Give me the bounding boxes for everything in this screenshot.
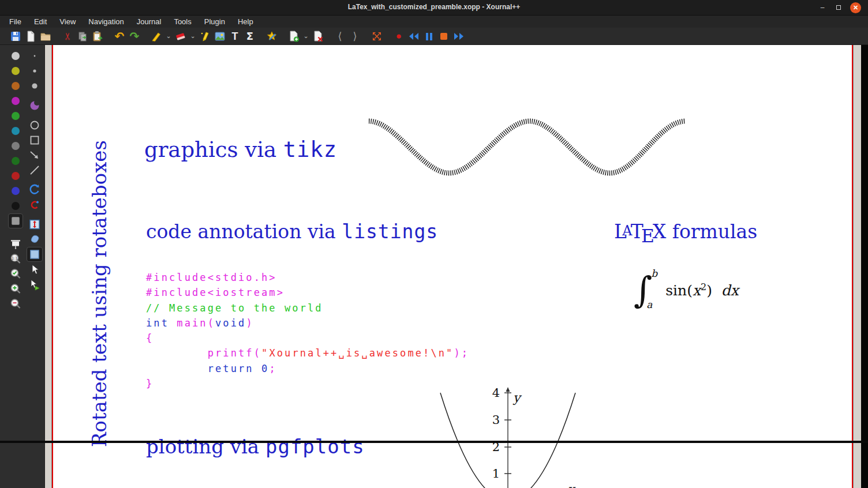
y-axis-label: y: [512, 391, 522, 405]
fill-tool-button[interactable]: [27, 98, 43, 113]
rewind-button[interactable]: [406, 29, 421, 44]
menu-journal[interactable]: Journal: [137, 17, 162, 26]
delete-page-button[interactable]: [310, 29, 326, 44]
color-green[interactable]: [8, 108, 23, 123]
left-scrollbar-gutter[interactable]: [45, 45, 52, 488]
color-red[interactable]: [8, 168, 23, 183]
code-line: // Message to the world: [146, 301, 469, 316]
next-page-button[interactable]: ⟩: [347, 29, 362, 44]
menu-view[interactable]: View: [59, 17, 76, 26]
zoom-100-button[interactable]: 1:1: [8, 251, 23, 266]
zoom-fit-button[interactable]: [8, 266, 23, 281]
document-page[interactable]: Rotated text using rotateboxes graphics …: [52, 45, 853, 488]
thickness-thick-button[interactable]: [27, 78, 43, 93]
presentation-mode-button[interactable]: [8, 237, 23, 251]
zoom-in-button[interactable]: [8, 281, 23, 296]
text-tool-button[interactable]: T: [227, 29, 242, 44]
save-button[interactable]: [8, 29, 23, 44]
code-line: #include<stdio.h>: [146, 270, 469, 285]
tikz-sine-wave: [365, 113, 689, 181]
pause-button[interactable]: [421, 29, 436, 44]
previous-icon: ⟨: [338, 29, 342, 44]
color-teal[interactable]: [8, 123, 23, 138]
color-gray[interactable]: [8, 138, 23, 153]
integral-formula: ∫ ba sin(x2) dx: [634, 267, 739, 313]
play-object-button[interactable]: [27, 277, 43, 292]
record-audio-button[interactable]: ●: [391, 29, 406, 44]
page-options-chevron[interactable]: ⌄: [301, 32, 310, 40]
code-line: {: [146, 331, 469, 346]
restore-button[interactable]: [833, 2, 844, 13]
orange-swatch-icon: [12, 82, 20, 90]
color-blue[interactable]: [8, 183, 23, 198]
x-axis-label: x: [567, 482, 576, 488]
minimize-button[interactable]: –: [817, 2, 828, 13]
color-orange[interactable]: [8, 78, 23, 93]
draw-line-button[interactable]: [27, 163, 43, 178]
next-icon: ⟩: [353, 29, 357, 44]
menu-help[interactable]: Help: [238, 17, 253, 26]
eraser-options-chevron[interactable]: ⌄: [188, 32, 197, 40]
svg-text:1: 1: [492, 467, 500, 481]
select-rectangle-button[interactable]: [27, 247, 43, 262]
rotated-text: Rotated text using rotateboxes: [88, 146, 111, 447]
default-tool-button[interactable]: [27, 182, 43, 197]
titlebar[interactable]: LaTex_with_customized_preamble.xopp - Xo…: [0, 0, 868, 16]
open-folder-button[interactable]: [38, 29, 53, 44]
shape-tools-button[interactable]: [264, 29, 279, 44]
fullscreen-button[interactable]: [369, 29, 384, 44]
toolbar: ✂ ↶ ↷ ⌄ ⌄ T Σ ⌄: [0, 28, 868, 45]
shape-recognizer-button[interactable]: [27, 197, 43, 212]
menu-edit[interactable]: Edit: [34, 17, 47, 26]
draw-circle-button[interactable]: [27, 118, 43, 133]
add-page-button[interactable]: [286, 29, 301, 44]
cut-button[interactable]: ✂: [60, 29, 75, 44]
draw-rectangle-button[interactable]: [27, 133, 43, 148]
copy-button[interactable]: [75, 29, 90, 44]
color-magenta[interactable]: [8, 93, 23, 108]
insert-image-button[interactable]: [212, 29, 227, 44]
undo-button[interactable]: ↶: [112, 29, 127, 44]
menubar: FileEditViewNavigationJournalToolsPlugin…: [0, 16, 868, 28]
magenta-swatch-icon: [12, 97, 20, 105]
integral-limits: ba: [651, 269, 657, 311]
pen-options-chevron[interactable]: ⌄: [164, 32, 173, 40]
menu-file[interactable]: File: [9, 17, 21, 26]
highlighter-tool-button[interactable]: [197, 29, 212, 44]
draw-arrow-button[interactable]: [27, 148, 43, 163]
close-button[interactable]: ✕: [850, 2, 861, 13]
thickness-fine-button[interactable]: [27, 48, 43, 63]
code-line: int main(void): [146, 316, 469, 331]
menu-tools[interactable]: Tools: [174, 17, 191, 26]
redo-button[interactable]: ↷: [127, 29, 142, 44]
tex-math-tool-button[interactable]: Σ: [242, 29, 257, 44]
stop-icon: [440, 33, 447, 40]
eraser-tool-button[interactable]: [173, 29, 188, 44]
pen-tool-button[interactable]: [149, 29, 164, 44]
teal-swatch-icon: [12, 127, 20, 135]
menu-plugin[interactable]: Plugin: [204, 17, 225, 26]
fast-forward-button[interactable]: [451, 29, 466, 44]
custom-gray-swatch-icon: [12, 217, 20, 225]
zoom-out-button[interactable]: [8, 296, 23, 311]
select-object-button[interactable]: [27, 262, 43, 277]
svg-text:4: 4: [492, 386, 500, 400]
color-yellow[interactable]: [8, 63, 23, 78]
thickness-medium-button[interactable]: [27, 63, 43, 78]
paste-button[interactable]: [90, 29, 105, 44]
code-line: printf("Xournal++␣is␣awesome!\n");: [146, 346, 469, 361]
color-light-gray[interactable]: [8, 48, 23, 63]
color-custom-gray[interactable]: [8, 213, 23, 228]
view-column: 1:1: [8, 237, 23, 311]
gray-swatch-icon: [12, 142, 20, 150]
new-document-button[interactable]: [23, 29, 38, 44]
menu-navigation[interactable]: Navigation: [88, 17, 124, 26]
color-black[interactable]: [8, 198, 23, 213]
vertical-space-tool-button[interactable]: [27, 217, 43, 232]
color-dark-green[interactable]: [8, 153, 23, 168]
previous-page-button[interactable]: ⟨: [332, 29, 347, 44]
stop-button[interactable]: [436, 29, 451, 44]
redo-icon: ↷: [130, 29, 140, 44]
right-scrollbar-gutter[interactable]: [853, 45, 861, 488]
select-region-button[interactable]: [27, 232, 43, 247]
